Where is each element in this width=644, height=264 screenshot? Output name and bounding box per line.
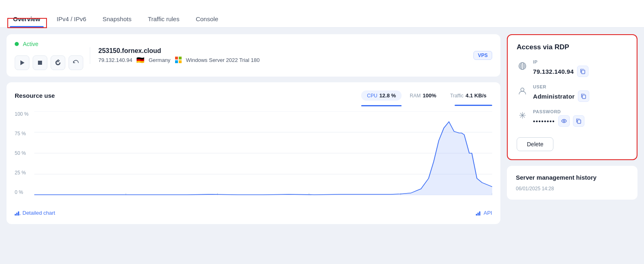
stop-button[interactable] <box>33 55 47 70</box>
flag-icon: 🇩🇪 <box>136 56 144 64</box>
svg-rect-5 <box>179 60 182 63</box>
rdp-ip-value: 79.132.140.94 <box>533 68 574 75</box>
metrics-tabs: CPU 12.8 % RAM 100% Traffic 4.1 KB/s <box>361 90 492 101</box>
chart-footer: Detailed chart API <box>15 210 492 216</box>
chart-canvas <box>34 111 492 195</box>
tab-ipv4ipv6[interactable]: IPv4 / IPv6 <box>53 15 90 27</box>
metric-tab-traffic[interactable]: Traffic 4.1 KB/s <box>444 90 492 101</box>
chart-area: 100 % 75 % 50 % 25 % 0 % <box>15 111 492 205</box>
rdp-user-row: Administrator <box>533 90 628 102</box>
svg-rect-30 <box>582 95 586 99</box>
svg-marker-0 <box>20 60 24 65</box>
server-country: Germany <box>149 57 170 63</box>
svg-rect-32 <box>577 120 581 123</box>
rdp-ip-row: 79.132.140.94 <box>533 66 628 77</box>
metric-tab-cpu[interactable]: CPU 12.8 % <box>361 90 402 101</box>
resource-card: Resource use CPU 12.8 % RAM 100% Traffic <box>7 82 500 224</box>
server-hostname: 253150.fornex.cloud <box>98 47 467 55</box>
detailed-chart-link[interactable]: Detailed chart <box>15 210 55 216</box>
metric-tab-ram[interactable]: RAM 100% <box>404 90 442 101</box>
chart-y-labels: 100 % 75 % 50 % 25 % 0 % <box>15 111 33 195</box>
tab-console[interactable]: Console <box>193 15 222 27</box>
history-title: Server management history <box>516 174 628 181</box>
server-header-card: Active <box>7 34 500 77</box>
status-text: Active <box>23 41 38 47</box>
left-panel: Active <box>7 34 500 224</box>
rdp-password-field: ✳ PASSWORD •••••••• <box>517 109 628 127</box>
globe-icon <box>517 60 528 72</box>
rdp-password-value: •••••••• <box>533 118 555 125</box>
tab-overview[interactable]: Overview <box>10 15 44 27</box>
windows-icon <box>175 56 182 64</box>
history-timestamp: 06/01/2025 14:28 <box>516 186 628 191</box>
rdp-password-label: PASSWORD <box>533 109 628 114</box>
server-meta: 79.132.140.94 🇩🇪 Germany <box>98 56 467 64</box>
svg-point-29 <box>521 88 524 91</box>
status-dot <box>15 42 19 46</box>
status-row: Active <box>15 41 83 47</box>
tabs-bar: Overview IPv4 / IPv6 Snapshots Traffic r… <box>0 0 644 28</box>
main-content: Active <box>0 28 644 231</box>
svg-rect-18 <box>18 211 19 216</box>
right-panel: Access via RDP IP <box>507 34 637 224</box>
rdp-ip-field: IP 79.132.140.94 <box>517 59 628 77</box>
rdp-user-content: USER Administrator <box>533 84 628 102</box>
rdp-password-row: •••••••• <box>533 115 628 127</box>
svg-rect-2 <box>175 57 178 59</box>
tab-traffic-rules[interactable]: Traffic rules <box>144 15 183 27</box>
page-wrapper: Overview IPv4 / IPv6 Snapshots Traffic r… <box>0 0 644 264</box>
restart-button[interactable] <box>51 55 65 70</box>
resource-header: Resource use CPU 12.8 % RAM 100% Traffic <box>15 90 492 101</box>
copy-user-button[interactable] <box>578 90 589 102</box>
user-icon <box>517 85 528 97</box>
asterisk-icon: ✳ <box>517 110 528 121</box>
rdp-user-field: USER Administrator <box>517 84 628 102</box>
api-link[interactable]: API <box>476 210 492 216</box>
rdp-user-value: Administrator <box>533 93 575 100</box>
svg-rect-4 <box>175 60 178 63</box>
vps-badge: VPS <box>473 51 492 60</box>
svg-rect-16 <box>15 214 16 216</box>
copy-password-button[interactable] <box>573 115 584 127</box>
rdp-ip-label: IP <box>533 59 628 64</box>
svg-rect-1 <box>38 61 42 65</box>
history-card: Server management history 06/01/2025 14:… <box>507 166 637 200</box>
rdp-card: Access via RDP IP <box>507 34 637 160</box>
server-ip: 79.132.140.94 <box>98 57 132 63</box>
delete-button[interactable]: Delete <box>517 137 553 151</box>
svg-rect-17 <box>16 213 18 216</box>
svg-rect-22 <box>479 211 480 216</box>
toggle-password-button[interactable] <box>558 115 570 127</box>
server-info-block: 253150.fornex.cloud 79.132.140.94 🇩🇪 Ger… <box>90 47 467 64</box>
server-os: Windows Server 2022 Trial 180 <box>186 57 260 63</box>
copy-ip-button[interactable] <box>577 66 588 77</box>
rdp-ip-content: IP 79.132.140.94 <box>533 59 628 77</box>
svg-rect-20 <box>476 214 477 216</box>
rdp-title: Access via RDP <box>517 43 628 51</box>
tab-snapshots[interactable]: Snapshots <box>99 15 135 27</box>
svg-rect-3 <box>179 57 182 59</box>
rdp-password-content: PASSWORD •••••••• <box>533 109 628 127</box>
controls-group <box>15 55 83 70</box>
rdp-user-label: USER <box>533 84 628 89</box>
svg-rect-28 <box>582 70 585 74</box>
resource-title: Resource use <box>15 92 55 99</box>
play-button[interactable] <box>15 55 29 70</box>
svg-point-31 <box>563 120 565 122</box>
svg-rect-21 <box>477 213 479 216</box>
reset-button[interactable] <box>69 55 83 70</box>
